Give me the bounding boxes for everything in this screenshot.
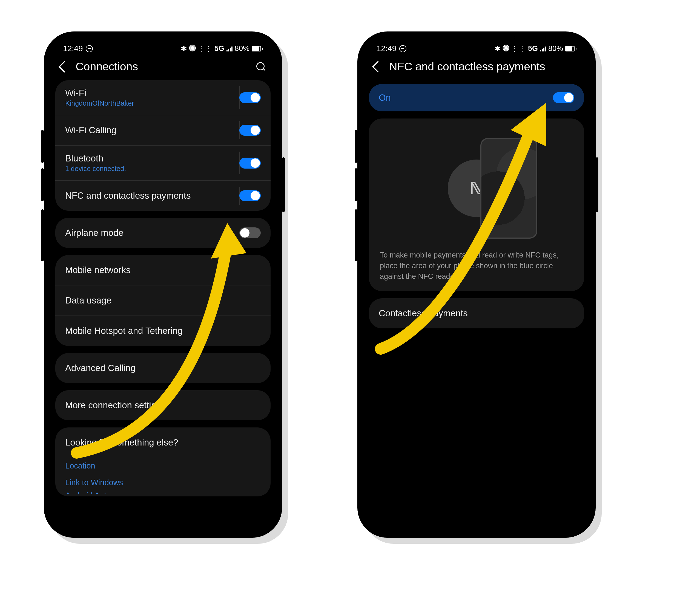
wifi-toggle[interactable] xyxy=(239,92,261,103)
nfc-master-toggle[interactable] xyxy=(553,92,574,103)
row-hotspot[interactable]: Mobile Hotspot and Tethering xyxy=(55,315,271,346)
row-data-usage[interactable]: Data usage xyxy=(55,285,271,315)
link-link-to-windows[interactable]: Link to Windows xyxy=(55,474,271,491)
nfc-on-tile[interactable]: On xyxy=(369,84,584,111)
row-wifi-calling[interactable]: Wi-Fi Calling xyxy=(55,115,271,145)
row-nfc[interactable]: NFC and contactless payments xyxy=(55,180,271,211)
bluetooth-toggle[interactable] xyxy=(239,158,261,169)
row-label: Mobile Hotspot and Tethering xyxy=(65,326,183,336)
row-contactless-payments[interactable]: Contactless payments xyxy=(369,298,584,328)
row-label: Wi-Fi Calling xyxy=(65,125,116,135)
nfc-illustration: ℕ xyxy=(379,129,574,247)
footer-group: Looking for something else? Location Lin… xyxy=(55,427,271,497)
row-label: Advanced Calling xyxy=(65,363,135,373)
row-label: Mobile networks xyxy=(65,265,130,275)
link-android-auto[interactable]: Android Auto xyxy=(55,491,271,494)
row-label: Airplane mode xyxy=(65,228,124,238)
wifi-calling-toggle[interactable] xyxy=(239,125,261,136)
signal-icon xyxy=(540,46,546,51)
footer-title-row: Looking for something else? xyxy=(55,427,271,458)
volume-up-button[interactable] xyxy=(41,130,44,163)
row-subtitle: KingdomOfNorthBaker xyxy=(65,99,134,107)
contactless-group: Contactless payments xyxy=(369,298,584,328)
connections-group-2: Mobile networks Data usage Mobile Hotspo… xyxy=(55,255,271,346)
more-settings-group: More connection settings xyxy=(55,390,271,420)
battery-icon xyxy=(252,46,263,51)
nfc-info-card: ℕ To make mobile payments and read or wr… xyxy=(369,118,584,291)
side-button[interactable] xyxy=(41,210,44,261)
dnd-icon xyxy=(86,45,93,52)
battery-icon xyxy=(565,46,576,51)
network-type: 5G xyxy=(214,44,224,53)
airplane-group: Airplane mode xyxy=(55,218,271,248)
phone-left: 12:49 ✱ ⋮⋮ 5G 80% Connections Wi-FiKingd… xyxy=(44,31,282,538)
row-advanced-calling[interactable]: Advanced Calling xyxy=(55,353,271,383)
dnd-icon xyxy=(399,45,406,52)
advanced-calling-group: Advanced Calling xyxy=(55,353,271,383)
wifi-icon: ⋮⋮ xyxy=(511,44,526,53)
signal-icon xyxy=(227,46,233,51)
row-bluetooth[interactable]: Bluetooth1 device connected. xyxy=(55,145,271,180)
mute-icon xyxy=(189,46,195,52)
screen-right: 12:49 ✱ ⋮⋮ 5G 80% NFC and contactless pa… xyxy=(363,37,590,532)
page-title: Connections xyxy=(76,60,138,73)
row-airplane[interactable]: Airplane mode xyxy=(55,218,271,248)
page-header: NFC and contactless payments xyxy=(363,55,590,80)
screen-left: 12:49 ✱ ⋮⋮ 5G 80% Connections Wi-FiKingd… xyxy=(49,37,277,532)
page-header: Connections xyxy=(49,55,277,80)
row-label: Wi-Fi xyxy=(65,88,134,98)
nfc-toggle[interactable] xyxy=(239,190,261,201)
phone-outline-icon xyxy=(481,138,537,239)
power-button[interactable] xyxy=(596,157,598,212)
connections-group-1: Wi-FiKingdomOfNorthBaker Wi-Fi Calling B… xyxy=(55,80,271,211)
bluetooth-icon: ✱ xyxy=(494,44,500,53)
footer-title: Looking for something else? xyxy=(65,437,178,448)
row-more-settings[interactable]: More connection settings xyxy=(55,390,271,420)
battery-pct: 80% xyxy=(235,44,250,53)
row-label: Contactless payments xyxy=(379,308,468,318)
status-bar: 12:49 ✱ ⋮⋮ 5G 80% xyxy=(49,37,277,55)
phone-right: 12:49 ✱ ⋮⋮ 5G 80% NFC and contactless pa… xyxy=(357,31,596,538)
wifi-icon: ⋮⋮ xyxy=(197,44,212,53)
mute-icon xyxy=(503,46,509,52)
row-label: Bluetooth xyxy=(65,153,126,164)
status-bar: 12:49 ✱ ⋮⋮ 5G 80% xyxy=(363,37,590,55)
row-label: NFC and contactless payments xyxy=(65,191,191,201)
volume-down-button[interactable] xyxy=(355,168,357,201)
status-time: 12:49 xyxy=(377,44,397,53)
bluetooth-icon: ✱ xyxy=(181,44,187,53)
volume-down-button[interactable] xyxy=(41,168,44,201)
row-label: More connection settings xyxy=(65,400,166,411)
link-location[interactable]: Location xyxy=(55,458,271,474)
side-button[interactable] xyxy=(355,210,357,261)
back-icon[interactable] xyxy=(59,61,70,72)
row-subtitle: 1 device connected. xyxy=(65,165,126,173)
page-title: NFC and contactless payments xyxy=(389,60,545,73)
back-icon[interactable] xyxy=(372,61,384,72)
search-icon[interactable] xyxy=(256,62,265,71)
row-wifi[interactable]: Wi-FiKingdomOfNorthBaker xyxy=(55,80,271,115)
nfc-info-text: To make mobile payments and read or writ… xyxy=(379,247,574,282)
row-mobile-networks[interactable]: Mobile networks xyxy=(55,255,271,285)
battery-pct: 80% xyxy=(548,44,563,53)
status-time: 12:49 xyxy=(63,44,83,53)
row-label: Data usage xyxy=(65,295,111,306)
airplane-toggle[interactable] xyxy=(239,227,261,238)
network-type: 5G xyxy=(528,44,538,53)
power-button[interactable] xyxy=(282,157,285,212)
on-label: On xyxy=(379,92,391,103)
volume-up-button[interactable] xyxy=(355,130,357,163)
